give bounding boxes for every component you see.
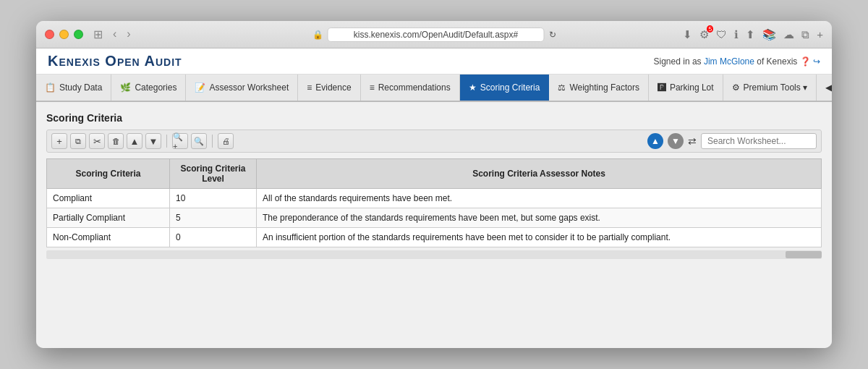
table-row[interactable]: Partially Compliant 5 The preponderance …	[47, 208, 822, 228]
nav-item-back[interactable]: ◀◀ Back	[817, 75, 832, 101]
cell-notes: All of the standards requirements have b…	[257, 189, 822, 208]
nav-down-button[interactable]: ▼	[668, 133, 684, 149]
table-body: Compliant 10 All of the standards requir…	[47, 189, 822, 247]
bookmarks-icon[interactable]: 📚	[762, 28, 776, 41]
nav-label-recommendations: Recommendations	[378, 82, 451, 93]
copy-button[interactable]: ⧉	[70, 133, 86, 149]
copy-icon[interactable]: ⧉	[801, 28, 809, 41]
cell-level: 10	[170, 189, 257, 208]
titlebar: ⊞ ‹ › 🔒 kiss.kenexis.com/OpenAudit/Defau…	[36, 21, 832, 48]
col-header-level: Scoring Criteria Level	[170, 159, 257, 189]
move-up-button[interactable]: ▲	[127, 133, 142, 149]
horizontal-scrollbar[interactable]	[46, 250, 822, 259]
titlebar-nav: ⊞ ‹ ›	[93, 27, 131, 41]
nav-label-study-data: Study Data	[59, 82, 102, 93]
content-area: Scoring Criteria + ⧉ ✂ 🗑 ▲ ▼ 🔍+ 🔍 🖨 ▲ ▼ …	[36, 102, 832, 348]
panel-title: Scoring Criteria	[46, 112, 822, 124]
nav-up-button[interactable]: ▲	[647, 133, 663, 149]
nav-item-recommendations[interactable]: ≡ Recommendations	[361, 75, 460, 101]
lock-icon: 🔒	[312, 30, 323, 40]
table-header-row: Scoring Criteria Scoring Criteria Level …	[47, 159, 822, 189]
scoring-criteria-table: Scoring Criteria Scoring Criteria Level …	[46, 158, 822, 247]
nav-label-assessor-worksheet: Assessor Worksheet	[209, 82, 289, 93]
nav-item-study-data[interactable]: 📋 Study Data	[36, 75, 111, 101]
search-input[interactable]	[701, 133, 817, 149]
assessor-worksheet-icon: 📝	[195, 82, 205, 93]
nav-item-weighting-factors[interactable]: ⚖ Weighting Factors	[549, 75, 649, 101]
add-button[interactable]: +	[51, 133, 67, 149]
close-button[interactable]	[45, 30, 54, 39]
cloud-icon[interactable]: ☁	[783, 28, 794, 41]
cell-criteria: Partially Compliant	[47, 208, 170, 228]
move-down-button[interactable]: ▼	[145, 133, 161, 149]
scrollbar-thumb[interactable]	[786, 251, 822, 258]
table-row[interactable]: Non-Compliant 0 An insufficient portion …	[47, 228, 822, 247]
zoom-normal-button[interactable]: 🔍	[191, 133, 207, 149]
nav-item-evidence[interactable]: ≡ Evidence	[298, 75, 360, 101]
add-tab-icon[interactable]: +	[817, 28, 823, 41]
of-label: of Kenexis	[757, 56, 797, 67]
nav-label-weighting-factors: Weighting Factors	[569, 82, 639, 93]
user-icons: ❓ ↪	[800, 56, 820, 67]
shield-icon[interactable]: 🛡	[716, 28, 727, 41]
extensions-icon[interactable]: ⚙5	[699, 28, 709, 41]
premium-tools-icon: ⚙	[732, 82, 740, 93]
nav-item-parking-lot[interactable]: 🅿 Parking Lot	[649, 75, 723, 101]
cut-button[interactable]: ✂	[89, 133, 105, 149]
signed-in-label: Signed in as	[654, 56, 702, 67]
nav-label-premium-tools: Premium Tools ▾	[744, 82, 807, 93]
nav-item-assessor-worksheet[interactable]: 📝 Assessor Worksheet	[186, 75, 298, 101]
col-header-notes: Scoring Criteria Assessor Notes	[257, 159, 822, 189]
categories-icon: 🌿	[120, 82, 131, 93]
cell-criteria: Compliant	[47, 189, 170, 208]
toolbar: + ⧉ ✂ 🗑 ▲ ▼ 🔍+ 🔍 🖨 ▲ ▼ ⇄	[46, 130, 822, 153]
scoring-criteria-icon: ★	[469, 82, 477, 93]
download-icon[interactable]: ⬇	[683, 28, 692, 41]
nav-item-categories[interactable]: 🌿 Categories	[111, 75, 186, 101]
app-window: ⊞ ‹ › 🔒 kiss.kenexis.com/OpenAudit/Defau…	[36, 21, 832, 348]
cell-level: 5	[170, 208, 257, 228]
delete-button[interactable]: 🗑	[108, 133, 124, 149]
app-logo: Kenexis Open Audit	[48, 53, 182, 69]
logout-icon[interactable]: ↪	[813, 56, 820, 67]
app-header: Kenexis Open Audit Signed in as Jim McGl…	[36, 48, 832, 75]
help-icon[interactable]: ❓	[800, 56, 811, 67]
window-grid-icon[interactable]: ⊞	[93, 27, 103, 41]
separator-1	[166, 135, 167, 148]
study-data-icon: 📋	[45, 82, 56, 93]
reload-icon[interactable]: ↻	[549, 30, 556, 40]
maximize-button[interactable]	[74, 30, 83, 39]
forward-arrow-icon[interactable]: ›	[127, 27, 130, 41]
cell-notes: The preponderance of the standards requi…	[257, 208, 822, 228]
table-row[interactable]: Compliant 10 All of the standards requir…	[47, 189, 822, 208]
share-icon[interactable]: ⬆	[746, 28, 755, 41]
zoom-in-button[interactable]: 🔍+	[172, 133, 188, 149]
address-bar-area: 🔒 kiss.kenexis.com/OpenAudit/Default.asp…	[312, 27, 556, 42]
weighting-factors-icon: ⚖	[558, 82, 566, 93]
minimize-button[interactable]	[59, 30, 69, 39]
user-info: Signed in as Jim McGlone of Kenexis ❓ ↪	[654, 56, 820, 67]
nav-label-parking-lot: Parking Lot	[670, 82, 714, 93]
col-header-criteria: Scoring Criteria	[47, 159, 170, 189]
cell-notes: An insufficient portion of the standards…	[257, 228, 822, 247]
print-button[interactable]: 🖨	[218, 133, 234, 149]
browser-controls: ⬇ ⚙5 🛡 ℹ ⬆ 📚 ☁ ⧉ +	[683, 28, 823, 41]
navbar: 📋 Study Data 🌿 Categories 📝 Assessor Wor…	[36, 75, 832, 102]
nav-label-categories: Categories	[135, 82, 176, 93]
separator-2	[212, 135, 213, 148]
evidence-icon: ≡	[307, 82, 312, 93]
info-icon[interactable]: ℹ	[734, 28, 739, 41]
traffic-lights	[45, 30, 83, 39]
toolbar-right: ▲ ▼ ⇄	[647, 133, 817, 149]
address-bar[interactable]: kiss.kenexis.com/OpenAudit/Default.aspx#	[328, 27, 545, 42]
nav-label-evidence: Evidence	[315, 82, 351, 93]
recommendations-icon: ≡	[370, 82, 375, 93]
nav-label-scoring-criteria: Scoring Criteria	[480, 82, 540, 93]
user-name-link[interactable]: Jim McGlone	[704, 56, 754, 67]
back-icon: ◀◀	[825, 82, 832, 93]
nav-item-scoring-criteria[interactable]: ★ Scoring Criteria	[460, 75, 550, 101]
cell-level: 0	[170, 228, 257, 247]
back-arrow-icon[interactable]: ‹	[113, 27, 116, 41]
cell-criteria: Non-Compliant	[47, 228, 170, 247]
nav-item-premium-tools[interactable]: ⚙ Premium Tools ▾	[723, 75, 817, 101]
